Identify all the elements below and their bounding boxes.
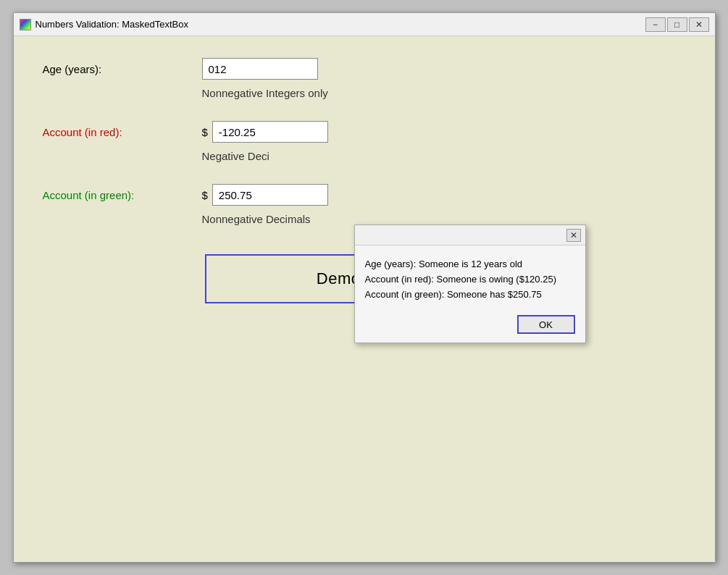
window-controls: − □ ✕ <box>645 17 709 32</box>
age-input[interactable] <box>202 58 318 80</box>
close-button[interactable]: ✕ <box>689 17 709 32</box>
account-red-currency: $ <box>202 126 208 138</box>
account-green-label: Account (in green): <box>43 189 202 201</box>
dialog-line3: Account (in green): Someone has $250.75 <box>365 288 575 303</box>
dialog-close-button[interactable]: ✕ <box>566 229 581 242</box>
dialog: ✕ Age (years): Someone is 12 years old A… <box>354 224 586 343</box>
account-red-section: Account (in red): $ Negative Deci <box>43 121 686 162</box>
dialog-line1: Age (years): Someone is 12 years old <box>365 257 575 272</box>
account-green-description: Nonnegative Decimals <box>202 213 686 225</box>
window-title: Numbers Validation: MaskedTextBox <box>35 19 645 30</box>
age-description: Nonnegative Integers only <box>202 87 686 99</box>
account-red-label: Account (in red): <box>43 126 202 138</box>
maximize-button[interactable]: □ <box>667 17 687 32</box>
dialog-line2: Account (in red): Someone is owing ($120… <box>365 272 575 288</box>
dialog-title-bar: ✕ <box>355 225 585 245</box>
dialog-footer: OK <box>355 309 585 343</box>
app-icon <box>20 19 31 30</box>
dialog-body: Age (years): Someone is 12 years old Acc… <box>355 245 585 309</box>
age-label: Age (years): <box>43 63 202 75</box>
dialog-ok-button[interactable]: OK <box>517 315 575 334</box>
title-bar: Numbers Validation: MaskedTextBox − □ ✕ <box>14 13 715 36</box>
account-red-description: Negative Deci <box>202 150 686 162</box>
main-window: Numbers Validation: MaskedTextBox − □ ✕ … <box>13 12 716 563</box>
account-green-input[interactable] <box>212 184 328 206</box>
account-green-currency: $ <box>202 189 208 201</box>
account-red-input[interactable] <box>212 121 328 143</box>
minimize-button[interactable]: − <box>645 17 666 32</box>
account-red-field-row: Account (in red): $ <box>43 121 686 143</box>
account-green-section: Account (in green): $ Nonnegative Decima… <box>43 184 686 225</box>
age-section: Age (years): Nonnegative Integers only <box>43 58 686 99</box>
account-green-field-row: Account (in green): $ <box>43 184 686 206</box>
age-field-row: Age (years): <box>43 58 686 80</box>
main-content: Age (years): Nonnegative Integers only A… <box>14 36 715 562</box>
